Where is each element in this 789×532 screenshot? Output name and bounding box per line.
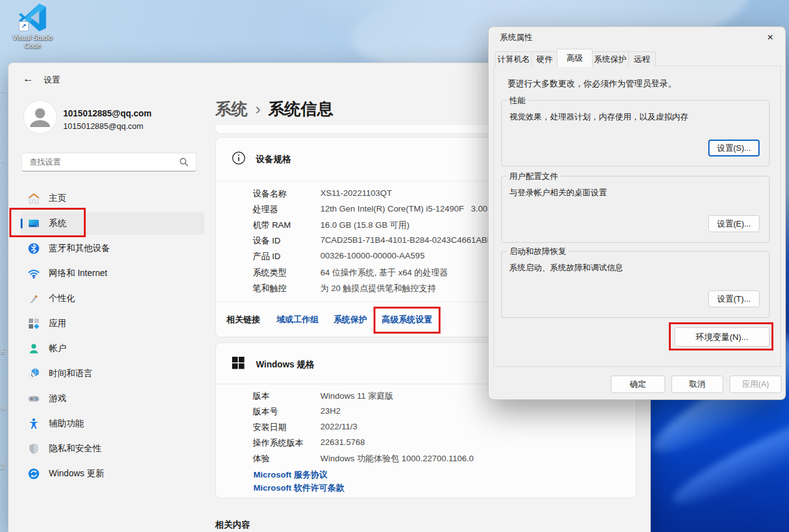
sidebar-item-gaming[interactable]: 游戏 <box>21 387 205 410</box>
apps-icon <box>28 317 40 330</box>
sidebar-item-network[interactable]: 网络和 Internet <box>21 262 205 285</box>
link-system-protection[interactable]: 系统保护 <box>333 314 367 325</box>
sidebar-item-label: 个性化 <box>49 293 75 304</box>
dialog-title: 系统属性 <box>500 32 532 43</box>
sidebar-item-apps[interactable]: 应用 <box>21 312 205 335</box>
spec-value: 22631.5768 <box>320 437 365 447</box>
group-title: 用户配置文件 <box>507 171 561 182</box>
person-icon <box>24 101 56 133</box>
spec-label: 机带 RAM <box>253 220 291 231</box>
sidebar-item-home[interactable]: 主页 <box>21 187 205 210</box>
screen: .. .. E ni Z ↗ Visual Studio Code ← 设置 1… <box>0 0 789 532</box>
desktop-icon-label-fragment: .. <box>1 86 4 93</box>
sidebar-item-label: 网络和 Internet <box>49 268 107 279</box>
search-input[interactable] <box>21 153 196 171</box>
network-icon <box>28 267 40 280</box>
spec-label: 操作系统版本 <box>253 437 303 449</box>
user-email: 1015012885@qq.com <box>63 121 143 131</box>
performance-settings-button[interactable]: 设置(S)... <box>708 140 760 156</box>
spec-label: 设备名称 <box>253 188 287 200</box>
sidebar-item-privacy[interactable]: 隐私和安全性 <box>21 437 205 460</box>
sidebar-item-accounts[interactable]: 帐户 <box>21 337 205 360</box>
sidebar-item-label: 主页 <box>49 193 66 204</box>
tab-remote[interactable]: 远程 <box>628 51 656 66</box>
sidebar-item-windows-update[interactable]: Windows 更新 <box>21 463 205 485</box>
spec-value: 00326-10000-00000-AA595 <box>320 251 425 260</box>
device-spec-card-title: 设备规格 <box>256 154 291 165</box>
desktop-icon-label-fragment: .. <box>1 156 4 163</box>
highlight-box-system <box>9 208 86 237</box>
desktop-icon-label-fragment: Z <box>1 463 4 470</box>
group-description: 视觉效果，处理器计划，内存使用，以及虚拟内存 <box>509 111 688 123</box>
group-title: 性能 <box>507 95 528 106</box>
group-description: 系统启动、系统故障和调试信息 <box>509 262 623 274</box>
breadcrumb-separator: › <box>255 100 261 118</box>
spec-value: 12th Gen Intel(R) Core(TM) i5-12490F 3.0… <box>320 204 507 213</box>
spec-label: 处理器 <box>253 204 278 215</box>
bluetooth-icon <box>28 242 40 255</box>
privacy-icon <box>28 442 40 455</box>
tab-computer-name[interactable]: 计算机名 <box>495 51 532 66</box>
accounts-icon <box>28 342 40 355</box>
cancel-button[interactable]: 取消 <box>671 376 723 393</box>
sidebar-item-label: Windows 更新 <box>49 468 104 479</box>
windows-logo-icon <box>232 356 245 369</box>
sidebar-item-label: 蓝牙和其他设备 <box>49 243 110 254</box>
related-content-label: 相关内容 <box>215 519 250 531</box>
sidebar-item-bluetooth[interactable]: 蓝牙和其他设备 <box>21 237 205 260</box>
avatar[interactable] <box>24 101 56 133</box>
group-startup-recovery: 启动和故障恢复 系统启动、系统故障和调试信息 设置(T)... <box>501 251 770 318</box>
sidebar-item-label: 隐私和安全性 <box>49 443 101 454</box>
home-icon <box>28 192 40 205</box>
sidebar-item-label: 时间和语言 <box>49 368 93 379</box>
tab-system-protection[interactable]: 系统保护 <box>591 51 629 66</box>
spec-value: Windows 功能体验包 1000.22700.1106.0 <box>320 453 474 464</box>
spec-label: 笔和触控 <box>253 283 287 294</box>
info-icon <box>232 151 246 165</box>
sidebar-item-label: 辅助功能 <box>49 418 84 429</box>
spec-label: 设备 ID <box>253 235 280 247</box>
spec-label: 系统类型 <box>253 267 287 279</box>
gaming-icon <box>28 392 40 405</box>
spec-value: Windows 11 家庭版 <box>320 391 394 402</box>
breadcrumb-parent[interactable]: 系统 <box>215 100 248 118</box>
sidebar-item-personalization[interactable]: 个性化 <box>21 287 205 310</box>
tab-hardware[interactable]: 硬件 <box>531 51 558 66</box>
spec-label: 版本号 <box>253 406 278 417</box>
close-icon[interactable]: × <box>760 29 780 46</box>
apply-button[interactable]: 应用(A) <box>730 376 781 393</box>
highlight-box-environment-variables <box>669 322 773 350</box>
spec-label: 安装日期 <box>253 422 287 433</box>
back-button[interactable]: ← <box>19 71 38 87</box>
sidebar-item-time-language[interactable]: 时间和语言 <box>21 362 205 385</box>
desktop-icon-label-fragment: E <box>1 348 5 355</box>
user-profiles-settings-button[interactable]: 设置(E)... <box>708 215 760 232</box>
spec-value: 7CAD25B1-71B4-4101-B284-0243C4661ABD <box>320 235 493 245</box>
admin-login-note: 要进行大多数更改，你必须作为管理员登录。 <box>507 78 676 90</box>
spec-value: 为 20 触摸点提供笔和触控支持 <box>320 283 436 294</box>
spec-value: XS11-20221103QT <box>320 188 392 198</box>
sidebar-item-accessibility[interactable]: 辅助功能 <box>21 412 205 435</box>
group-user-profiles: 用户配置文件 与登录帐户相关的桌面设置 设置(E)... <box>501 176 770 243</box>
settings-window-title: 设置 <box>44 74 60 86</box>
time-language-icon <box>28 367 40 380</box>
sidebar-item-label: 游戏 <box>49 393 66 404</box>
personalization-icon <box>28 292 40 305</box>
spec-label: 版本 <box>253 391 270 402</box>
link-domain-workgroup[interactable]: 域或工作组 <box>277 314 319 325</box>
link-microsoft-services-agreement[interactable]: Microsoft 服务协议 <box>253 469 328 481</box>
spec-value: 2022/11/3 <box>320 422 357 431</box>
breadcrumb: 系统›系统信息 <box>215 98 333 120</box>
tab-advanced[interactable]: 高级 <box>557 49 593 67</box>
shortcut-arrow-icon: ↗ <box>19 21 29 31</box>
ok-button[interactable]: 确定 <box>611 376 665 393</box>
windows-spec-card-title: Windows 规格 <box>256 359 314 371</box>
vscode-desktop-shortcut[interactable]: ↗ Visual Studio Code <box>9 3 56 50</box>
link-microsoft-software-license[interactable]: Microsoft 软件许可条款 <box>253 483 345 494</box>
search-icon <box>179 157 189 167</box>
sidebar-item-label: 帐户 <box>49 343 66 354</box>
spec-value: 23H2 <box>320 406 340 416</box>
user-name: 1015012885@qq.com <box>63 108 151 118</box>
startup-recovery-settings-button[interactable]: 设置(T)... <box>708 290 760 307</box>
vscode-shortcut-label: Visual Studio Code <box>9 34 56 50</box>
